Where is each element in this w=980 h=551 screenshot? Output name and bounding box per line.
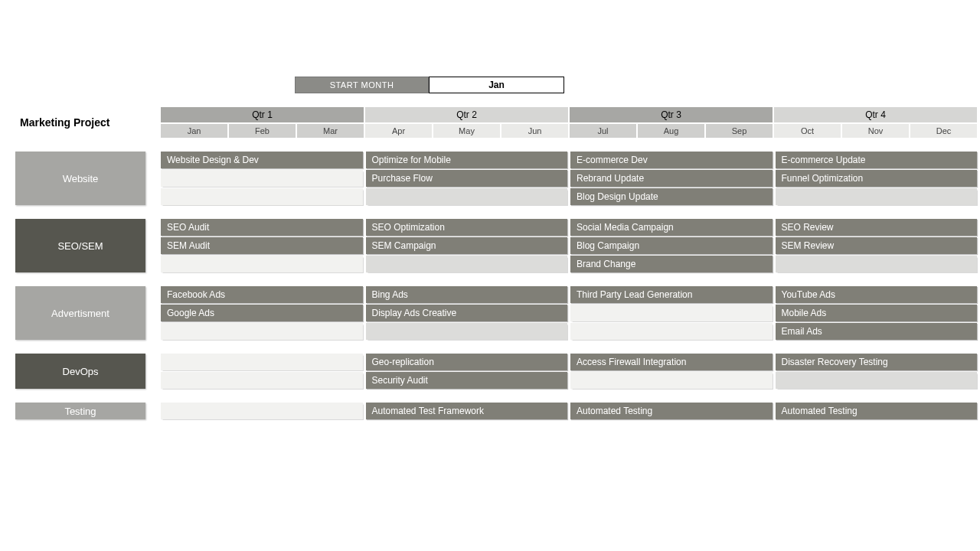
task-bar[interactable]: Blog Design Update bbox=[570, 188, 773, 205]
empty-cell bbox=[570, 305, 773, 321]
task-bar[interactable]: Optimize for Mobile bbox=[366, 152, 568, 168]
quarter-header: Qtr 2 bbox=[365, 107, 568, 122]
empty-cell bbox=[161, 354, 363, 370]
task-bar[interactable]: SEO Optimization bbox=[366, 219, 568, 236]
task-bar[interactable]: Purchase Flow bbox=[366, 170, 568, 187]
task-row: Google AdsDisplay Ads CreativeMobile Ads bbox=[161, 305, 977, 321]
quarter-header: Qtr 4 bbox=[774, 107, 977, 122]
swimlane-label: Advertisment bbox=[15, 286, 145, 340]
task-row: Website Design & DevOptimize for MobileE… bbox=[161, 152, 977, 168]
task-row: Automated Test FrameworkAutomated Testin… bbox=[161, 403, 977, 419]
timeline-header: Qtr 1Qtr 2Qtr 3Qtr 4 JanFebMarAprMayJunJ… bbox=[161, 107, 977, 138]
swimlane-label: DevOps bbox=[15, 354, 145, 389]
task-bar[interactable]: Automated Test Framework bbox=[366, 403, 568, 419]
task-bar[interactable]: E-commerce Dev bbox=[570, 152, 773, 168]
task-row: Security Audit bbox=[161, 372, 977, 389]
empty-cell bbox=[161, 403, 363, 419]
task-bar[interactable]: Display Ads Creative bbox=[366, 305, 568, 321]
task-bar[interactable]: E-commerce Update bbox=[776, 152, 978, 168]
swimlane-label: Website bbox=[15, 152, 145, 205]
month-header: Jan bbox=[161, 124, 227, 138]
empty-cell bbox=[161, 170, 363, 187]
month-header: Jun bbox=[501, 124, 568, 138]
task-bar[interactable]: Blog Campaign bbox=[570, 237, 773, 254]
empty-cell bbox=[776, 372, 978, 389]
month-header: Jul bbox=[570, 124, 636, 138]
month-header: Nov bbox=[842, 124, 909, 138]
start-month-select[interactable]: Jan bbox=[429, 77, 564, 93]
empty-cell bbox=[776, 188, 978, 205]
task-bar[interactable]: SEO Audit bbox=[161, 219, 363, 236]
swimlane-rows: SEO AuditSEO OptimizationSocial Media Ca… bbox=[161, 219, 977, 272]
task-bar[interactable]: YouTube Ads bbox=[776, 286, 978, 303]
swimlane-label: Testing bbox=[15, 403, 145, 419]
task-row: Purchase FlowRebrand UpdateFunnel Optimi… bbox=[161, 170, 977, 187]
task-bar[interactable]: Funnel Optimization bbox=[776, 170, 978, 187]
task-bar[interactable]: SEM Campaign bbox=[366, 237, 568, 254]
empty-cell bbox=[161, 256, 363, 272]
empty-cell bbox=[776, 256, 978, 272]
project-title: Marketing Project bbox=[15, 107, 145, 138]
task-bar[interactable]: Facebook Ads bbox=[161, 286, 363, 303]
task-bar[interactable]: Website Design & Dev bbox=[161, 152, 363, 168]
task-bar[interactable]: Automated Testing bbox=[570, 403, 773, 419]
task-bar[interactable]: Email Ads bbox=[776, 323, 978, 340]
empty-cell bbox=[366, 256, 568, 272]
swimlane-rows: Geo-replicationAccess Firewall Integrati… bbox=[161, 354, 977, 389]
task-bar[interactable]: Brand Change bbox=[570, 256, 773, 272]
empty-cell bbox=[366, 323, 568, 340]
task-row: Geo-replicationAccess Firewall Integrati… bbox=[161, 354, 977, 370]
month-header: Dec bbox=[910, 124, 977, 138]
month-header: Sep bbox=[706, 124, 773, 138]
swimlane-rows: Website Design & DevOptimize for MobileE… bbox=[161, 152, 977, 205]
task-bar[interactable]: SEM Review bbox=[776, 237, 978, 254]
task-bar[interactable]: Mobile Ads bbox=[776, 305, 978, 321]
task-bar[interactable]: SEO Review bbox=[776, 219, 978, 236]
month-header: Apr bbox=[365, 124, 432, 138]
quarter-header: Qtr 1 bbox=[161, 107, 364, 122]
task-bar[interactable]: Third Party Lead Generation bbox=[570, 286, 773, 303]
month-header: May bbox=[433, 124, 500, 138]
month-header: Mar bbox=[297, 124, 364, 138]
task-bar[interactable]: SEM Audit bbox=[161, 237, 363, 254]
task-row: Blog Design Update bbox=[161, 188, 977, 205]
empty-cell bbox=[161, 323, 363, 340]
task-bar[interactable]: Disaster Recovery Testing bbox=[776, 354, 978, 370]
task-bar[interactable]: Rebrand Update bbox=[570, 170, 773, 187]
task-bar[interactable]: Bing Ads bbox=[366, 286, 568, 303]
month-header: Oct bbox=[774, 124, 841, 138]
start-month-label: START MONTH bbox=[295, 77, 429, 93]
swimlane-rows: Automated Test FrameworkAutomated Testin… bbox=[161, 403, 977, 419]
empty-cell bbox=[161, 188, 363, 205]
quarter-header: Qtr 3 bbox=[570, 107, 773, 122]
empty-cell bbox=[161, 372, 363, 389]
empty-cell bbox=[570, 372, 773, 389]
empty-cell bbox=[366, 188, 568, 205]
swimlane-rows: Facebook AdsBing AdsThird Party Lead Gen… bbox=[161, 286, 977, 340]
empty-cell bbox=[570, 323, 773, 340]
task-bar[interactable]: Social Media Campaign bbox=[570, 219, 773, 236]
task-bar[interactable]: Geo-replication bbox=[366, 354, 568, 370]
task-bar[interactable]: Security Audit bbox=[366, 372, 568, 389]
month-header: Aug bbox=[638, 124, 704, 138]
month-header: Feb bbox=[229, 124, 296, 138]
task-row: SEM AuditSEM CampaignBlog CampaignSEM Re… bbox=[161, 237, 977, 254]
task-row: Email Ads bbox=[161, 323, 977, 340]
task-row: Facebook AdsBing AdsThird Party Lead Gen… bbox=[161, 286, 977, 303]
task-row: Brand Change bbox=[161, 256, 977, 272]
task-row: SEO AuditSEO OptimizationSocial Media Ca… bbox=[161, 219, 977, 236]
task-bar[interactable]: Access Firewall Integration bbox=[570, 354, 773, 370]
task-bar[interactable]: Automated Testing bbox=[776, 403, 978, 419]
swimlane-label: SEO/SEM bbox=[15, 219, 145, 272]
task-bar[interactable]: Google Ads bbox=[161, 305, 363, 321]
